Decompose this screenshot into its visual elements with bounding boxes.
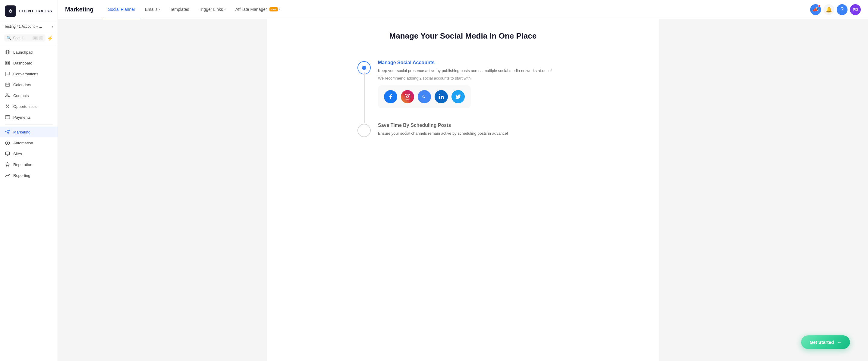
affiliate-chevron-icon: ▾ xyxy=(279,7,281,11)
step-2-title: Save Time By Scheduling Posts xyxy=(378,123,568,128)
tab-social-planner[interactable]: Social Planner xyxy=(103,0,140,19)
account-selector[interactable]: Testing #1 Account -- ... ▾ xyxy=(0,22,58,32)
avatar-initials: PD xyxy=(852,7,858,12)
help-button[interactable]: ? xyxy=(837,4,847,15)
svg-point-0 xyxy=(10,10,11,12)
automation-icon xyxy=(5,140,10,145)
step-manage-social: Manage Social Accounts Keep your social … xyxy=(358,53,568,116)
reputation-icon xyxy=(5,162,10,167)
steps-container: Manage Social Accounts Keep your social … xyxy=(358,53,568,146)
step-1-radio-inner xyxy=(362,66,366,70)
step-2-radio[interactable] xyxy=(358,124,371,137)
step-1-sub: We recommend adding 2 social accounts to… xyxy=(378,76,568,80)
svg-rect-15 xyxy=(5,116,10,119)
svg-point-19 xyxy=(5,141,9,145)
sidebar-item-label-conversations: Conversations xyxy=(13,72,38,76)
sidebar-item-contacts[interactable]: Contacts xyxy=(0,90,58,101)
step-1-title: Manage Social Accounts xyxy=(378,60,568,65)
sidebar-item-label-automation: Automation xyxy=(13,141,33,145)
bell-button[interactable]: 🔔 xyxy=(824,4,834,15)
step-1-radio[interactable] xyxy=(358,61,371,74)
emails-chevron-icon: ▾ xyxy=(159,7,160,11)
trigger-links-chevron-icon: ▾ xyxy=(224,7,226,11)
sidebar-item-calendars[interactable]: Calendars xyxy=(0,79,58,90)
topbar-left: Marketing Social Planner Emails ▾ Templa… xyxy=(65,0,285,19)
sidebar-item-label-sites: Sites xyxy=(13,152,22,156)
tab-trigger-links[interactable]: Trigger Links ▾ xyxy=(194,0,230,19)
sidebar-item-reporting[interactable]: Reporting xyxy=(0,170,58,181)
sidebar-item-label-marketing: Marketing xyxy=(13,130,30,134)
launchpad-icon xyxy=(5,50,10,55)
tab-affiliate-manager[interactable]: Affiliate Manager new ▾ xyxy=(230,0,285,19)
sites-icon xyxy=(5,151,10,156)
svg-point-27 xyxy=(408,95,409,96)
tab-emails[interactable]: Emails ▾ xyxy=(140,0,165,19)
svg-point-11 xyxy=(6,105,7,106)
main-content: Manage Your Social Media In One Place Ma… xyxy=(58,19,868,361)
social-icon-instagram[interactable] xyxy=(401,90,414,103)
svg-text:G: G xyxy=(422,95,425,99)
svg-rect-4 xyxy=(8,63,9,65)
sidebar-nav: Launchpad Dashboard Conversations Calend… xyxy=(0,44,58,361)
sidebar-item-opportunities[interactable]: Opportunities xyxy=(0,101,58,112)
search-bar-container: 🔍 Search ⌘ K ⚡ xyxy=(0,32,58,44)
social-icon-facebook[interactable] xyxy=(384,90,397,103)
affiliate-new-badge: new xyxy=(270,7,278,11)
sidebar-item-label-reputation: Reputation xyxy=(13,162,32,167)
logo-icon xyxy=(5,5,16,17)
sidebar: CLIENT TRACKS Testing #1 Account -- ... … xyxy=(0,0,58,361)
sidebar-item-label-contacts: Contacts xyxy=(13,93,29,98)
svg-rect-21 xyxy=(5,152,9,155)
svg-point-14 xyxy=(8,107,9,108)
svg-marker-24 xyxy=(5,162,9,166)
topbar-right: 📣 🔔 ? PD xyxy=(810,4,861,15)
svg-rect-29 xyxy=(439,96,440,99)
svg-point-13 xyxy=(6,107,7,108)
conversations-icon xyxy=(5,71,10,76)
social-icon-gmb[interactable]: G xyxy=(418,90,431,103)
sidebar-item-conversations[interactable]: Conversations xyxy=(0,68,58,79)
user-avatar[interactable]: PD xyxy=(850,4,861,15)
svg-rect-1 xyxy=(6,61,7,63)
sidebar-item-reputation[interactable]: Reputation xyxy=(0,159,58,170)
topbar-nav: Social Planner Emails ▾ Templates Trigge… xyxy=(103,0,285,19)
tab-templates[interactable]: Templates xyxy=(165,0,194,19)
tab-affiliate-manager-label: Affiliate Manager xyxy=(236,7,267,12)
step-1-content: Manage Social Accounts Keep your social … xyxy=(378,60,568,108)
social-icon-twitter[interactable] xyxy=(452,90,465,103)
svg-rect-25 xyxy=(405,94,410,99)
sidebar-item-label-payments: Payments xyxy=(13,115,31,120)
lightning-icon[interactable]: ⚡ xyxy=(47,35,53,41)
tab-templates-label: Templates xyxy=(170,7,189,12)
cmd-key: ⌘ xyxy=(33,36,38,40)
main-area: Marketing Social Planner Emails ▾ Templa… xyxy=(58,0,868,361)
sidebar-item-marketing[interactable]: Marketing xyxy=(0,127,58,137)
megaphone-button[interactable]: 📣 xyxy=(810,4,821,15)
topbar: Marketing Social Planner Emails ▾ Templa… xyxy=(58,0,868,19)
svg-point-9 xyxy=(6,94,7,95)
sidebar-logo: CLIENT TRACKS xyxy=(0,0,58,22)
step-schedule-posts: Save Time By Scheduling Posts Ensure you… xyxy=(358,116,568,146)
svg-rect-2 xyxy=(8,61,9,63)
svg-marker-20 xyxy=(7,142,8,143)
sidebar-item-dashboard[interactable]: Dashboard xyxy=(0,58,58,68)
sidebar-item-payments[interactable]: Payments xyxy=(0,112,58,123)
reporting-icon xyxy=(5,173,10,178)
social-icon-linkedin[interactable] xyxy=(435,90,448,103)
calendars-icon xyxy=(5,82,10,87)
sidebar-item-sites[interactable]: Sites xyxy=(0,148,58,159)
sidebar-item-label-dashboard: Dashboard xyxy=(13,61,33,65)
social-icons-row: G xyxy=(378,85,471,108)
tab-social-planner-label: Social Planner xyxy=(108,7,135,12)
payments-icon xyxy=(5,114,10,120)
question-icon: ? xyxy=(841,6,844,13)
get-started-button[interactable]: Get Started → xyxy=(801,335,850,349)
marketing-icon xyxy=(5,129,10,135)
sidebar-item-launchpad[interactable]: Launchpad xyxy=(0,47,58,58)
search-shortcut: ⌘ K xyxy=(33,36,43,40)
sidebar-item-automation[interactable]: Automation xyxy=(0,137,58,148)
svg-rect-5 xyxy=(6,83,9,87)
svg-point-30 xyxy=(439,94,440,95)
search-input-area[interactable]: 🔍 Search ⌘ K xyxy=(4,34,45,41)
sidebar-item-label-calendars: Calendars xyxy=(13,83,31,87)
